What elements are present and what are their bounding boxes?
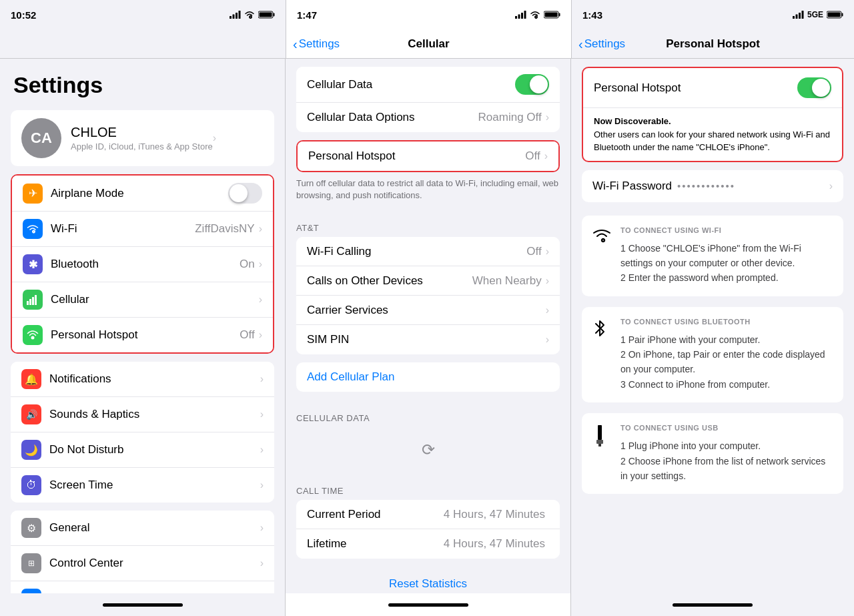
- back-label-hotspot: Settings: [584, 37, 625, 51]
- back-label-cellular: Settings: [299, 37, 340, 51]
- connect-section: TO CONNECT USING WI-FI 1 Choose "CHLOE's…: [582, 216, 843, 495]
- wifi-password-chevron: ›: [829, 180, 833, 192]
- svg-rect-13: [545, 13, 558, 17]
- dnd-icon: 🌙: [21, 440, 41, 460]
- back-button-cellular[interactable]: ‹ Settings: [293, 37, 340, 51]
- wifi-icon-panel1: [244, 11, 255, 19]
- reset-statistics-button[interactable]: Reset Statistics: [389, 577, 467, 590]
- cellular-hotspot-label: Personal Hotspot: [308, 149, 525, 163]
- home-indicator-panel1: [0, 593, 286, 616]
- connect-usb-text: TO CONNECT USING USB 1 Plug iPhone into …: [620, 424, 833, 483]
- add-cellular-plan-row[interactable]: Add Cellular Plan: [296, 362, 560, 392]
- cellular-data-label: Cellular Data: [307, 78, 515, 91]
- hotspot-main-row[interactable]: Personal Hotspot: [583, 68, 842, 108]
- svg-rect-23: [32, 297, 34, 305]
- sounds-label: Sounds & Haptics: [49, 408, 260, 421]
- general-icon: ⚙: [21, 518, 41, 538]
- cellular-data-toggle[interactable]: [515, 74, 549, 95]
- cellular-hotspot-chevron: ›: [544, 150, 548, 162]
- cellular-data-row[interactable]: Cellular Data: [296, 67, 560, 103]
- status-bar-panel3: 1:43 5GE: [571, 0, 854, 29]
- personal-hotspot-row[interactable]: Personal Hotspot Off ›: [12, 318, 273, 352]
- svg-rect-7: [515, 16, 517, 19]
- connect-bluetooth-header: TO CONNECT USING BLUETOOTH: [620, 318, 833, 326]
- control-center-icon: ⊞: [21, 553, 41, 573]
- svg-rect-6: [260, 13, 272, 17]
- notifications-row[interactable]: 🔔 Notifications ›: [11, 362, 274, 397]
- display-brightness-row[interactable]: AA Display Brightness ›: [11, 581, 274, 593]
- svg-rect-5: [274, 13, 275, 17]
- carrier-services-label: Carrier Services: [307, 304, 546, 317]
- cellular-hotspot-row[interactable]: Personal Hotspot Off ›: [298, 141, 558, 171]
- airplane-label: Airplane Mode: [51, 187, 228, 200]
- nav-bar-cellular: ‹ Settings Cellular: [286, 29, 571, 59]
- current-period-label: Current Period: [307, 508, 444, 521]
- profile-chevron: ›: [213, 132, 216, 144]
- status-bar-panel1: 10:52: [0, 0, 286, 29]
- cellular-label: Cellular: [51, 293, 259, 306]
- wifi-icon-panel2: [530, 11, 540, 19]
- wifi-calling-row[interactable]: Wi-Fi Calling Off ›: [296, 237, 560, 266]
- cellular-hotspot-highlight: Personal Hotspot Off ›: [296, 140, 560, 172]
- wifi-row[interactable]: Wi-Fi ZiffDavisNY ›: [12, 212, 273, 247]
- airplane-toggle[interactable]: [228, 183, 262, 204]
- bluetooth-value: On: [240, 258, 255, 271]
- connect-usb-steps: 1 Plug iPhone into your computer. 2 Choo…: [620, 438, 833, 483]
- calls-other-devices-row[interactable]: Calls on Other Devices When Nearby ›: [296, 266, 560, 296]
- carrier-services-row[interactable]: Carrier Services ›: [296, 296, 560, 325]
- svg-rect-10: [524, 11, 526, 19]
- wifi-value: ZiffDavisNY: [195, 222, 254, 236]
- svg-rect-0: [230, 16, 232, 19]
- svg-rect-24: [35, 295, 37, 305]
- svg-rect-8: [518, 15, 520, 19]
- cellular-row[interactable]: Cellular ›: [12, 282, 273, 318]
- connect-usb-block: TO CONNECT USING USB 1 Plug iPhone into …: [582, 413, 843, 494]
- back-button-hotspot[interactable]: ‹ Settings: [578, 37, 625, 51]
- wifi-password-row[interactable]: Wi-Fi Password •••••••••••• ›: [582, 170, 843, 202]
- connect-bluetooth-block: TO CONNECT USING BLUETOOTH 1 Pair iPhone…: [582, 307, 843, 403]
- sounds-row[interactable]: 🔊 Sounds & Haptics ›: [11, 397, 274, 432]
- back-chevron-hotspot: ‹: [578, 37, 583, 51]
- hotspot-value: Off: [240, 328, 254, 342]
- screentime-icon: ⏱: [21, 475, 41, 495]
- hotspot-discoverable-desc: Other users can look for your shared net…: [594, 129, 830, 153]
- hotspot-detail-toggle[interactable]: [797, 77, 831, 98]
- cellular-data-toggle-thumb: [530, 75, 548, 93]
- wifi-connect-icon: [592, 226, 612, 286]
- connect-wifi-block: TO CONNECT USING WI-FI 1 Choose "CHLOE's…: [582, 216, 843, 296]
- call-time-group: Current Period 4 Hours, 47 Minutes Lifet…: [296, 500, 560, 559]
- lifetime-label: Lifetime: [307, 537, 444, 551]
- nav-title-cellular: Cellular: [408, 37, 449, 51]
- airplane-mode-row[interactable]: ✈ Airplane Mode: [12, 176, 273, 212]
- general-row[interactable]: ⚙ General ›: [11, 511, 274, 546]
- svg-rect-17: [801, 11, 803, 19]
- cellular-chevron: ›: [259, 294, 262, 306]
- control-center-row[interactable]: ⊞ Control Center ›: [11, 546, 274, 581]
- connectivity-group: ✈ Airplane Mode Wi-Fi ZiffDavisNY › ✱ Bl…: [11, 174, 274, 354]
- settings-title: Settings: [0, 59, 285, 105]
- wifi-calling-label: Wi-Fi Calling: [307, 245, 526, 258]
- usb-connect-icon: [592, 424, 612, 483]
- nav-title-hotspot: Personal Hotspot: [666, 37, 760, 51]
- nav-bar-hotspot: ‹ Settings Personal Hotspot: [571, 29, 854, 59]
- sim-pin-row[interactable]: SIM PIN ›: [296, 325, 560, 354]
- lifetime-row: Lifetime 4 Hours, 47 Minutes: [296, 529, 560, 559]
- svg-rect-3: [239, 11, 241, 19]
- cellular-data-options-chevron: ›: [546, 111, 549, 123]
- bluetooth-row[interactable]: ✱ Bluetooth On ›: [12, 247, 273, 282]
- airplane-icon: ✈: [23, 184, 43, 204]
- connect-bluetooth-steps: 1 Pair iPhone with your computer. 2 On i…: [620, 332, 833, 392]
- hotspot-icon: [23, 325, 43, 345]
- current-period-value: 4 Hours, 47 Minutes: [444, 508, 545, 521]
- screentime-row[interactable]: ⏱ Screen Time ›: [11, 468, 274, 503]
- home-indicator-panel2: [286, 593, 571, 616]
- home-bar-2: [388, 603, 468, 607]
- att-group: Wi-Fi Calling Off › Calls on Other Devic…: [296, 237, 560, 354]
- bluetooth-connect-icon: [592, 318, 612, 392]
- profile-row[interactable]: CA CHLOE Apple ID, iCloud, iTunes & App …: [11, 110, 274, 166]
- dnd-row[interactable]: 🌙 Do Not Disturb ›: [11, 432, 274, 468]
- cellular-data-options-row[interactable]: Cellular Data Options Roaming Off ›: [296, 103, 560, 132]
- cellular-top-group: Cellular Data Cellular Data Options Roam…: [296, 67, 560, 132]
- time-panel1: 10:52: [11, 9, 36, 21]
- dnd-label: Do Not Disturb: [49, 443, 260, 456]
